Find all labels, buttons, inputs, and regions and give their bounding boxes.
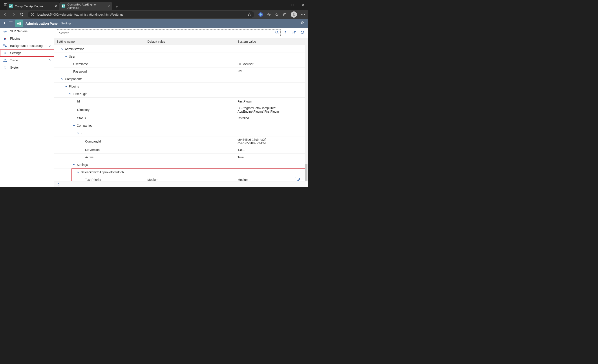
- nav-refresh-button[interactable]: [20, 13, 24, 17]
- sidebar-item-sld-servers[interactable]: SLD Servers: [0, 28, 54, 35]
- new-tab-button[interactable]: +: [114, 4, 120, 10]
- sort-desc-button[interactable]: [291, 30, 297, 36]
- table-row[interactable]: SalesOrderToApproveEventJob: [54, 168, 308, 176]
- site-info-icon[interactable]: [31, 13, 34, 16]
- search-input[interactable]: [59, 31, 275, 35]
- browser-tab[interactable]: AE CompuTec AppEngine Administr ✕: [59, 2, 112, 10]
- table-row[interactable]: FirstPlugin: [54, 90, 308, 98]
- col-header-default-value[interactable]: Default value: [145, 38, 235, 45]
- close-tab-icon[interactable]: ✕: [107, 4, 110, 8]
- user-switch-button[interactable]: [300, 21, 305, 26]
- chevron-down-icon[interactable]: [65, 85, 67, 88]
- svg-rect-30: [5, 38, 6, 39]
- table-row[interactable]: -: [54, 129, 308, 137]
- setting-name: TaskPriority: [57, 178, 101, 182]
- table-row[interactable]: Plugins: [54, 83, 308, 90]
- search-field[interactable]: [57, 29, 281, 36]
- group-label: Settings: [77, 163, 88, 166]
- nav-back-button[interactable]: [3, 12, 8, 17]
- grid-body[interactable]: AdministrationUserUserNameCTSiteUserPass…: [54, 45, 308, 187]
- setting-name: UserName: [57, 62, 88, 66]
- chevron-down-icon[interactable]: [77, 171, 79, 174]
- window-close-button[interactable]: [298, 0, 308, 10]
- plugin-icon: [3, 37, 7, 40]
- svg-rect-32: [3, 45, 4, 45]
- sidebar-item-system[interactable]: System: [0, 64, 54, 71]
- more-menu-icon[interactable]: [301, 14, 305, 15]
- window-maximize-button[interactable]: [288, 0, 298, 10]
- col-header-setting-name[interactable]: Setting name: [54, 38, 145, 45]
- table-row[interactable]: StatusInstalled: [54, 114, 308, 122]
- table-row[interactable]: UserNameCTSiteUser: [54, 60, 308, 68]
- search-icon[interactable]: [275, 31, 279, 35]
- address-field[interactable]: localhost:54000/webcontent/administratio…: [28, 11, 254, 18]
- scrollbar-thumb[interactable]: [305, 164, 307, 182]
- table-row[interactable]: IdFirstPlugin: [54, 98, 308, 105]
- chevron-right-icon: [49, 44, 51, 48]
- window-minimize-button[interactable]: [278, 0, 288, 10]
- table-row[interactable]: DirectoryC:\ProgramData\CompuTec\AppEngi…: [54, 105, 308, 114]
- table-row[interactable]: Password****: [54, 68, 308, 75]
- system-value: AppEngine\Plugins\FirstPlugin: [238, 110, 279, 113]
- chevron-down-icon[interactable]: [61, 48, 64, 50]
- sidebar-item-label: Plugins: [10, 37, 20, 40]
- setting-name: Status: [57, 116, 86, 120]
- table-row[interactable]: Components: [54, 75, 308, 83]
- warning-icon: [3, 58, 7, 62]
- chevron-down-icon[interactable]: [65, 55, 67, 58]
- favorite-icon[interactable]: [248, 13, 251, 17]
- chevron-down-icon[interactable]: [73, 124, 75, 127]
- chevron-down-icon[interactable]: [61, 78, 64, 80]
- svg-point-20: [304, 14, 305, 15]
- chevron-down-icon[interactable]: [77, 132, 79, 134]
- vertical-scrollbar[interactable]: [305, 45, 308, 181]
- group-label: SalesOrderToApproveEventJob: [81, 170, 124, 174]
- sidebar-item-trace[interactable]: Trace: [0, 57, 54, 64]
- close-tab-icon[interactable]: ✕: [55, 4, 57, 8]
- table-row[interactable]: Settings: [54, 161, 308, 168]
- default-value: Medium: [147, 178, 158, 182]
- flow-icon: [3, 44, 7, 48]
- svg-point-34: [5, 53, 6, 53]
- sidebar-item-plugins[interactable]: Plugins: [0, 35, 54, 42]
- sidebar: SLD Servers Plugins Background Processin…: [0, 28, 54, 187]
- svg-rect-29: [4, 38, 5, 39]
- system-value: C:\ProgramData\CompuTec\: [238, 106, 276, 110]
- sidebar-item-background-processing[interactable]: Background Processing: [0, 42, 54, 50]
- sidebar-item-label: Background Processing: [10, 44, 43, 48]
- profile-button[interactable]: [291, 11, 297, 18]
- table-row[interactable]: Companies: [54, 122, 308, 129]
- grid-header: Setting name Default value System value: [54, 38, 308, 45]
- sidebar-item-label: Trace: [10, 58, 18, 62]
- group-label: Companies: [77, 124, 92, 127]
- sort-asc-button[interactable]: [283, 30, 289, 36]
- table-row[interactable]: User: [54, 53, 308, 60]
- svg-point-11: [259, 13, 262, 16]
- collections-icon[interactable]: [283, 13, 287, 17]
- settings-icon: [3, 51, 7, 55]
- app-back-button[interactable]: [3, 21, 6, 25]
- system-value: Installed: [238, 116, 249, 120]
- browser-address-bar: localhost:54000/webcontent/administratio…: [0, 10, 308, 19]
- table-row[interactable]: DBVersion1.0.0.1: [54, 146, 308, 154]
- browser-tab[interactable]: AE CompuTec AppEngine ✕: [7, 2, 59, 10]
- col-header-system-value[interactable]: System value: [235, 38, 289, 45]
- tab-title: CompuTec AppEngine Administr: [67, 3, 105, 9]
- sidebar-item-label: SLD Servers: [10, 29, 27, 33]
- reload-button[interactable]: [299, 29, 305, 36]
- status-footer: 0: [54, 181, 308, 187]
- app-menu-button[interactable]: [9, 21, 13, 25]
- chevron-down-icon[interactable]: [69, 93, 72, 95]
- firefox-suggest-icon[interactable]: [258, 12, 263, 17]
- table-row[interactable]: Administration: [54, 45, 308, 53]
- table-row[interactable]: ActiveTrue: [54, 154, 308, 161]
- table-row[interactable]: CompanyIdc64545c6-15cb-4a2f-a5ad-6501ba8…: [54, 137, 308, 146]
- chevron-down-icon[interactable]: [73, 163, 75, 166]
- extensions-icon[interactable]: [267, 13, 271, 17]
- setting-name: Password: [57, 70, 87, 73]
- system-value: Medium: [238, 178, 249, 182]
- nav-forward-button[interactable]: [11, 12, 16, 17]
- favorites-icon[interactable]: [275, 13, 279, 17]
- sidebar-item-settings[interactable]: Settings: [0, 50, 54, 57]
- svg-point-27: [5, 31, 6, 32]
